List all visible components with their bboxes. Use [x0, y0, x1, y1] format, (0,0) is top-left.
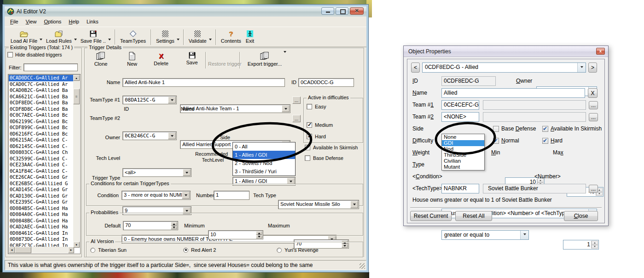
owner-combobox[interactable]: <all> [122, 168, 191, 177]
spin-up-icon[interactable] [171, 222, 177, 226]
checkbox-box[interactable] [307, 104, 312, 109]
spin-up-icon[interactable] [592, 241, 598, 245]
menu-links[interactable]: Links [83, 18, 102, 25]
validate-dropdown-icon[interactable] [209, 39, 212, 42]
radio-circle[interactable] [277, 248, 282, 253]
trigger-list-item[interactable]: 0CE23AAC-G=Allied C- [9, 162, 74, 168]
menu-options[interactable]: Options [40, 18, 65, 25]
title-bar[interactable]: AI Editor V2 ✕ [5, 6, 366, 17]
easy-checkbox[interactable]: Easy [307, 104, 326, 109]
close-button[interactable]: ✕ [350, 7, 364, 15]
tech-type-combobox[interactable]: Soviet Nuclear Missile Silo [278, 200, 359, 209]
spin-down-icon[interactable] [592, 245, 598, 249]
trigger-list-item[interactable]: 0CA6621C-G=Allied Ba [9, 94, 74, 100]
reset-current-button[interactable]: Reset Current [410, 211, 452, 221]
new-button[interactable]: New [117, 51, 147, 68]
techtype-input[interactable]: NABNKR [441, 184, 479, 193]
team2-input[interactable]: <NONE> [441, 112, 479, 122]
reset-all-button[interactable]: Reset All [455, 211, 492, 221]
trigger-list-item[interactable]: 0D0803CC-G=Allied Ch [9, 149, 74, 156]
trigger-list-item[interactable]: 0D6215AC-G=Allied C- [9, 137, 74, 143]
exit-button[interactable]: Exit [244, 29, 256, 45]
condition-combobox[interactable]: 3 - more or equal to NUMI [122, 191, 191, 200]
trigger-list-item[interactable]: 0C32599C-G=Allied C- [9, 156, 74, 162]
default-spinner[interactable]: 70 [123, 221, 178, 230]
vertical-scrollbar[interactable]: ▲ ≡ ▼ [73, 75, 80, 248]
checkbox-box[interactable] [542, 138, 548, 144]
scroll-right-icon[interactable]: ► [68, 247, 74, 253]
prev-object-button[interactable]: < [411, 62, 420, 73]
dropdown-button[interactable] [168, 96, 176, 103]
settings-button[interactable]: Settings [154, 29, 177, 45]
dropdown-button[interactable] [168, 132, 176, 139]
checkbox-box[interactable] [307, 122, 312, 128]
side-dropdown-option[interactable]: 2 - Soviets / Nod [233, 159, 295, 167]
dropdown-button[interactable] [520, 231, 528, 239]
trigger-list-item[interactable]: 0D08461C-G=Allied In [9, 230, 74, 237]
trigger-id-input[interactable]: 0CAD0DCC-G [298, 78, 354, 87]
techtype-more-button[interactable]: ... [589, 185, 598, 193]
hide-disabled-triggers-checkbox[interactable]: Hide disabled triggers [7, 52, 62, 57]
dropdown-button[interactable] [577, 63, 586, 72]
checkbox-box[interactable] [493, 138, 499, 144]
trigger-list-item[interactable]: 0CAD0DCC-G=Allied Ar [9, 75, 74, 81]
load-ai-file-button[interactable]: Load AI File [8, 30, 40, 45]
object-name-input[interactable]: Allied [441, 88, 585, 98]
side-dropdown-option[interactable]: ThirdSide [442, 152, 484, 158]
side-dropdown-option[interactable]: 0 - All [233, 142, 295, 151]
trigger-list-item[interactable]: 0CE26B5C-G=Alliied G [9, 181, 74, 187]
menu-file[interactable]: File [6, 18, 22, 25]
load-ai-file-dropdown-icon[interactable] [40, 39, 42, 42]
hard-checkbox[interactable]: Hard [307, 134, 326, 139]
load-rules-dropdown-icon[interactable] [74, 39, 77, 42]
side-dropdown-option[interactable]: 1 - Allies / GDI [233, 151, 295, 159]
trigger-name-input[interactable]: Allied Anti-Nuke 1 [122, 78, 285, 87]
checkbox-box[interactable] [305, 145, 310, 150]
clone-button[interactable]: Clone [86, 51, 116, 68]
load-rules-button[interactable]: Load Rules [44, 30, 74, 45]
scroll-up-icon[interactable]: ▲ [73, 75, 80, 81]
checkbox-box[interactable] [493, 126, 499, 132]
medium-checkbox[interactable]: Medium [307, 122, 333, 128]
base-defense-checkbox[interactable]: Base Defense [493, 125, 536, 132]
trigger-list-item[interactable]: 0CAD2AEC-G=Allied Ha [9, 224, 74, 230]
teamtypes-button[interactable]: TeamTypes [118, 29, 148, 45]
side-dropdown-option[interactable]: None [442, 134, 484, 140]
teamtype1-more-button[interactable]: ... [292, 96, 301, 104]
export-trigger-button[interactable]: Export trigger... [243, 51, 286, 68]
trigger-list-item[interactable]: 0D6216FC-G=Allied Bc [9, 131, 74, 137]
trigger-list-item[interactable]: 0D0873DC-G=Allied In [9, 236, 74, 243]
save-file-button[interactable]: Save File .. [78, 29, 108, 45]
trigger-list-item[interactable]: 0D084B5C-G=Allied Ha [9, 205, 74, 212]
dropdown-button[interactable] [350, 201, 358, 208]
menu-view[interactable]: View [22, 18, 41, 25]
trigger-list-item[interactable]: 0CDF899C-G=Allied Bc [9, 125, 74, 131]
trigger-list-item[interactable]: 0CAD130C-G=Allied Gr [9, 193, 74, 199]
side-dropdown-option[interactable]: Mutant [442, 164, 484, 170]
teamtype1-name-combobox[interactable]: Allied Anti-Nuke Team - 1 [180, 104, 290, 113]
trigger-list-item[interactable]: 0C0C7AEC-G=Allied Bc [9, 112, 74, 119]
checkbox-box[interactable] [7, 52, 13, 57]
trigger-list-item[interactable]: 0CE2395C-G=Allied Gr [9, 199, 74, 205]
radio-circle[interactable] [90, 248, 95, 253]
resize-grip[interactable] [360, 263, 365, 269]
teamtype1-id-combobox[interactable]: 08DA125C-G [122, 96, 177, 104]
maximize-button[interactable] [336, 7, 348, 15]
close-dialog-button[interactable]: Close [564, 211, 598, 221]
scrollbar-thumb[interactable] [15, 247, 31, 253]
spin-down-icon[interactable] [256, 235, 262, 238]
team1-input[interactable]: 0CE4CEFC-G [441, 100, 479, 110]
spin-down-icon[interactable] [171, 226, 177, 229]
dropdown-button[interactable] [282, 105, 290, 112]
available-in-skirmish-checkbox[interactable]: Available In Skirmish [305, 145, 358, 150]
condition-combobox[interactable]: greater or equal to [441, 230, 529, 240]
horizontal-scrollbar[interactable]: ◄ ► [9, 247, 74, 253]
side-dropdown-option[interactable]: Civilian [442, 158, 484, 164]
trigger-list-item[interactable]: 0D62145C-G=Allied C- [9, 143, 74, 150]
tiberian-sun-radio[interactable]: Tiberian Sun [90, 247, 127, 253]
side-dropdown-option[interactable]: Nod [442, 146, 484, 152]
export-trigger-dropdown-icon[interactable] [284, 51, 286, 54]
trigger-list-item[interactable]: 0D62199C-G=Allied Bc [9, 119, 74, 125]
minimize-button[interactable] [321, 7, 334, 15]
trigger-list-item[interactable]: 0CDF8EDC-G=Allied Ba [9, 100, 74, 106]
